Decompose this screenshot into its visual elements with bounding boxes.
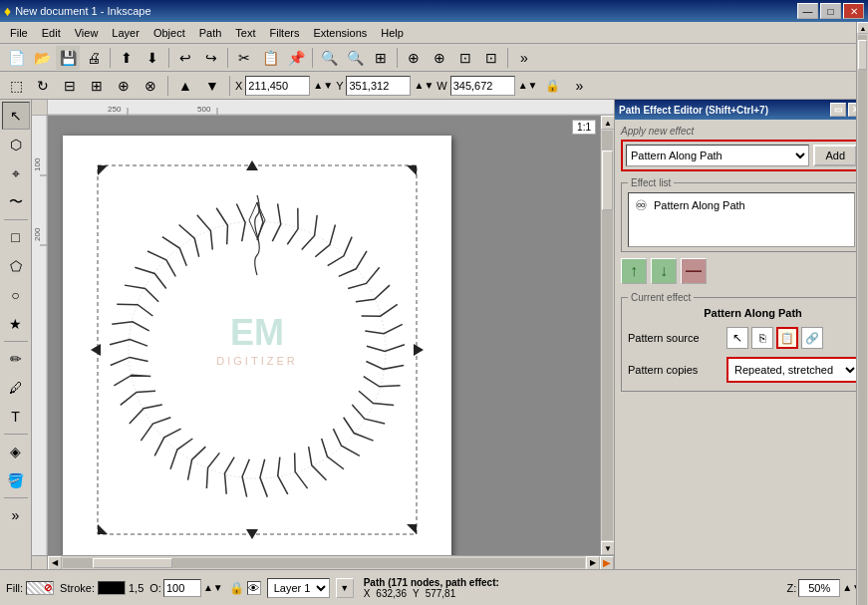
menu-edit[interactable]: Edit (36, 25, 67, 41)
pattern-source-paste-btn[interactable]: 📋 (776, 327, 798, 349)
zoom-in-button[interactable]: 🔍 (317, 46, 341, 70)
node-tool[interactable]: ⬡ (2, 131, 30, 158)
shape-tool[interactable]: ⬠ (2, 252, 30, 280)
gradient-tool[interactable]: ◈ (2, 438, 30, 465)
scroll-thumb-h[interactable] (93, 558, 172, 568)
effect-remove-btn[interactable]: — (681, 258, 707, 284)
canvas-hscrollbar[interactable]: ◀ ▶ ▶ (48, 556, 614, 569)
pattern-source-copy-btn[interactable]: ⎘ (751, 327, 773, 349)
right-panel-scrollbar[interactable]: ▲ ▼ (856, 100, 868, 569)
more-tools[interactable]: » (2, 501, 30, 529)
more-button[interactable]: » (512, 46, 536, 70)
redo-button[interactable]: ↪ (199, 46, 223, 70)
snap4-button[interactable]: ⊡ (479, 46, 503, 70)
select-tool[interactable]: ↖ (2, 102, 30, 130)
pencil-tool[interactable]: ✏ (2, 345, 30, 373)
import-button[interactable]: ⬆ (115, 46, 139, 70)
scroll-right-btn[interactable]: ▶ (586, 556, 600, 570)
pee-restore-btn[interactable]: ▭ (830, 103, 846, 117)
zoom-input[interactable] (798, 579, 840, 597)
rect-tool[interactable]: □ (2, 223, 30, 251)
cut-button[interactable]: ✂ (232, 46, 256, 70)
lock-btn[interactable]: 🔒 (540, 74, 564, 98)
canvas-vscrollbar[interactable]: ▲ ▼ (600, 116, 614, 555)
copy-button[interactable]: 📋 (258, 46, 282, 70)
pattern-source-label: Pattern source (628, 332, 723, 344)
minimize-button[interactable]: — (797, 3, 818, 19)
star-tool[interactable]: ★ (2, 310, 30, 338)
zoom-section: Z: ▲▼ (786, 579, 862, 597)
fill-swatch[interactable]: ⊘ (26, 581, 54, 595)
measure-tool[interactable]: 〜 (2, 188, 30, 216)
scroll-track-h[interactable] (63, 558, 585, 568)
menu-path[interactable]: Path (193, 25, 228, 41)
pattern-source-link-btn[interactable]: 🔗 (801, 327, 823, 349)
canvas-navigate-btn[interactable]: ▶ (600, 556, 614, 570)
raise-btn[interactable]: ▲ (173, 74, 197, 98)
menu-extensions[interactable]: Extensions (307, 25, 373, 41)
new-button[interactable]: 📄 (4, 46, 28, 70)
menu-object[interactable]: Object (147, 25, 191, 41)
w-input[interactable] (450, 76, 515, 96)
layer-select[interactable]: Layer 1 (267, 578, 330, 598)
canvas-area[interactable]: EM DIGITIZER 1:1 (48, 116, 600, 555)
layer-dropdown-btn[interactable]: ▼ (336, 578, 354, 598)
align-btn[interactable]: ⊟ (58, 74, 82, 98)
save-button[interactable]: 💾 (56, 46, 80, 70)
w-unit: ▲▼ (518, 80, 538, 91)
scroll-down-btn[interactable]: ▼ (601, 541, 614, 555)
toolbar-sep-2 (168, 48, 169, 68)
effect-list-item[interactable]: ♾ Pattern Along Path (631, 195, 852, 215)
scroll-thumb-v[interactable] (602, 151, 613, 210)
menu-help[interactable]: Help (375, 25, 410, 41)
scroll-up-btn[interactable]: ▲ (601, 116, 614, 130)
group-btn[interactable]: ⊕ (112, 74, 136, 98)
stroke-swatch[interactable] (98, 581, 126, 595)
stroke-width: 1,5 (129, 582, 144, 594)
ungroup-btn[interactable]: ⊗ (139, 74, 162, 98)
paste-button[interactable]: 📌 (284, 46, 308, 70)
zoom-fit-button[interactable]: ⊞ (369, 46, 393, 70)
text-tool[interactable]: T (2, 403, 30, 431)
zoom-tool[interactable]: ⌖ (2, 159, 30, 187)
close-button[interactable]: ✕ (843, 3, 864, 19)
export-button[interactable]: ⬇ (141, 46, 164, 70)
circle-tool[interactable]: ○ (2, 281, 30, 309)
print-button[interactable]: 🖨 (82, 46, 106, 70)
more2-btn[interactable]: » (567, 74, 591, 98)
distribute-btn[interactable]: ⊞ (85, 74, 109, 98)
scroll-track-v[interactable] (602, 131, 613, 540)
maximize-button[interactable]: □ (820, 3, 841, 19)
snap3-button[interactable]: ⊡ (453, 46, 477, 70)
open-button[interactable]: 📂 (30, 46, 54, 70)
effect-down-btn[interactable]: ↓ (651, 258, 677, 284)
menu-filters[interactable]: Filters (264, 25, 306, 41)
select-tool-btn[interactable]: ⬚ (4, 74, 28, 98)
pattern-source-cursor-btn[interactable]: ↖ (726, 327, 748, 349)
pen-tool[interactable]: 🖊 (2, 374, 30, 402)
lower-btn[interactable]: ▼ (200, 74, 224, 98)
menu-file[interactable]: File (4, 25, 34, 41)
lock-icon[interactable]: 🔒 (229, 581, 244, 595)
svg-marker-11 (98, 165, 108, 175)
eye-icon[interactable]: 👁 (247, 581, 261, 595)
opacity-input[interactable] (163, 579, 201, 597)
add-effect-button[interactable]: Add (813, 145, 857, 166)
x-input[interactable] (245, 76, 310, 96)
scroll-left-btn[interactable]: ◀ (48, 556, 62, 570)
snap-button[interactable]: ⊕ (402, 46, 426, 70)
zoom-out-button[interactable]: 🔍 (343, 46, 367, 70)
title-bar: ♦ New document 1 - Inkscape — □ ✕ (0, 0, 868, 22)
undo-button[interactable]: ↩ (173, 46, 197, 70)
y-input[interactable] (346, 76, 411, 96)
menu-text[interactable]: Text (229, 25, 261, 41)
effect-up-btn[interactable]: ↑ (621, 258, 647, 284)
menu-layer[interactable]: Layer (106, 25, 145, 41)
snap2-button[interactable]: ⊕ (428, 46, 451, 70)
menu-view[interactable]: View (69, 25, 105, 41)
right-scroll-track[interactable] (858, 100, 867, 569)
fill-tool[interactable]: 🪣 (2, 466, 30, 494)
transform-btn[interactable]: ↻ (31, 74, 55, 98)
pattern-copies-dropdown[interactable]: Repeated, stretched (728, 359, 858, 381)
effect-dropdown[interactable]: Pattern Along Path (626, 145, 809, 166)
